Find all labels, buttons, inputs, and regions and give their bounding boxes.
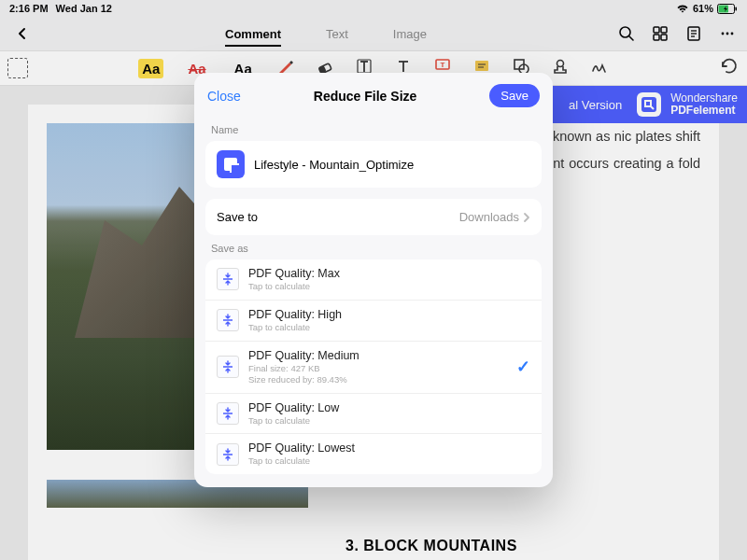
quality-title: PDF Quality: Max — [248, 267, 530, 280]
quality-option-low[interactable]: PDF Quality: Low Tap to calculate — [205, 394, 542, 435]
quality-subtitle: Tap to calculate — [248, 415, 530, 427]
quality-list: PDF Quality: Max Tap to calculate PDF Qu… — [205, 259, 542, 474]
save-to-label: Save to — [217, 210, 258, 224]
quality-subtitle: Tap to calculate — [248, 455, 530, 467]
quality-subtitle: Final size: 427 KBSize reduced by: 89.43… — [248, 363, 516, 385]
name-section-label: Name — [194, 117, 553, 141]
save-button[interactable]: Save — [489, 84, 540, 107]
filename-card — [205, 141, 542, 188]
quality-option-lowest[interactable]: PDF Quality: Lowest Tap to calculate — [205, 434, 542, 474]
quality-title: PDF Quality: Medium — [248, 349, 516, 362]
reduce-file-size-modal: Close Reduce File Size Save Name Save to… — [194, 73, 553, 487]
quality-option-high[interactable]: PDF Quality: High Tap to calculate — [205, 301, 542, 342]
compress-icon — [217, 402, 239, 425]
document-icon — [217, 150, 245, 178]
quality-option-max[interactable]: PDF Quality: Max Tap to calculate — [205, 259, 542, 301]
chevron-right-icon — [523, 212, 530, 223]
quality-option-medium[interactable]: PDF Quality: Medium Final size: 427 KBSi… — [205, 342, 542, 394]
save-to-value: Downloads — [459, 210, 519, 224]
quality-title: PDF Quality: Lowest — [248, 441, 530, 455]
close-button[interactable]: Close — [207, 89, 241, 104]
compress-icon — [217, 356, 239, 378]
filename-input[interactable] — [254, 158, 530, 172]
compress-icon — [217, 443, 239, 466]
modal-title: Reduce File Size — [314, 89, 416, 104]
check-icon: ✓ — [516, 357, 530, 377]
compress-icon — [217, 268, 239, 290]
save-as-section-label: Save as — [194, 235, 553, 259]
save-to-row[interactable]: Save to Downloads — [205, 199, 542, 235]
quality-subtitle: Tap to calculate — [248, 281, 530, 292]
quality-subtitle: Tap to calculate — [248, 322, 530, 333]
quality-title: PDF Quality: High — [248, 308, 530, 321]
quality-title: PDF Quality: Low — [248, 401, 530, 414]
compress-icon — [217, 309, 239, 331]
